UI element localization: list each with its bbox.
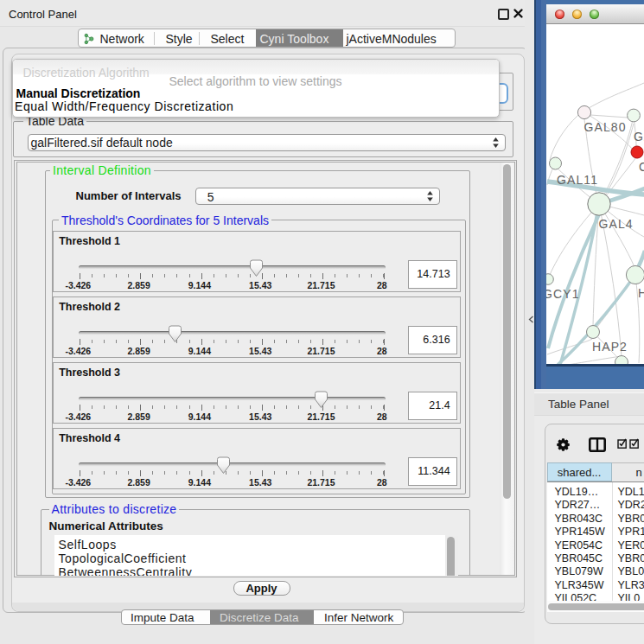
svg-text:GAL4: GAL4 (599, 216, 634, 230)
svg-text:GA: GA (634, 129, 644, 143)
svg-text:GCY1: GCY1 (546, 287, 580, 301)
svg-text:H: H (638, 285, 644, 299)
svg-text:GAL11: GAL11 (557, 173, 598, 187)
svg-text:HAP2: HAP2 (592, 340, 628, 354)
svg-text:C: C (639, 159, 644, 173)
svg-text:GAL80: GAL80 (584, 119, 627, 133)
